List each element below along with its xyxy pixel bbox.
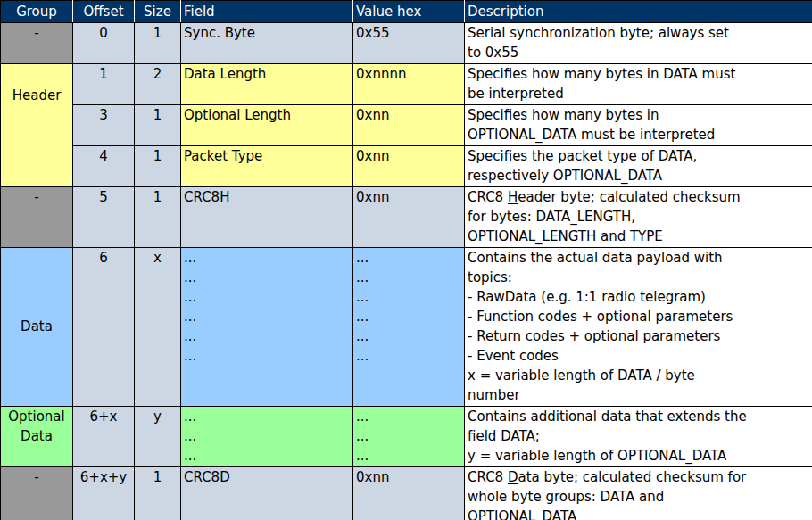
packet-type-field-cell: Packet Type [181, 146, 353, 187]
column-header-description: Description [465, 1, 812, 23]
optional-data-field-cell: ... ... ... [181, 407, 353, 467]
row-sync-byte: - 0 1 Sync. Byte 0x55 Serial synchroniza… [1, 23, 812, 64]
sync-offset-cell: 0 [73, 23, 135, 64]
row-crc8d: - 6+x+y 1 CRC8D 0xnn CRC8 Data byte; cal… [1, 467, 812, 520]
crc8d-field-cell: CRC8D [181, 467, 353, 520]
column-header-group: Group [1, 1, 73, 23]
sync-group-cell: - [1, 23, 73, 64]
data-description-cell: Contains the actual data payload with to… [465, 248, 812, 407]
row-optional-data: Optional Data 6+x y ... ... ... ... ... … [1, 407, 812, 467]
table-header-row: Group Offset Size Field Value hex Descri… [1, 1, 812, 23]
crc8h-size-cell: 1 [135, 187, 181, 248]
data-length-description-cell: Specifies how many bytes in DATA must be… [465, 64, 812, 105]
data-length-size-cell: 2 [135, 64, 181, 105]
data-field-cell: ... ... ... ... ... ... [181, 248, 353, 407]
row-crc8h: - 5 1 CRC8H 0xnn CRC8 Header byte; calcu… [1, 187, 812, 248]
crc8h-value-cell: 0xnn [353, 187, 465, 248]
optional-data-offset-cell: 6+x [73, 407, 135, 467]
column-header-value-hex: Value hex [353, 1, 465, 23]
optional-data-group-cell: Optional Data [1, 407, 73, 467]
optional-data-value-cell: ... ... ... [353, 407, 465, 467]
row-data: Data 6 x ... ... ... ... ... ... ... ...… [1, 248, 812, 407]
row-optional-length: 3 1 Optional Length 0xnn Specifies how m… [1, 105, 812, 146]
sync-value-cell: 0x55 [353, 23, 465, 64]
packet-type-description-cell: Specifies the packet type of DATA, respe… [465, 146, 812, 187]
optional-length-value-cell: 0xnn [353, 105, 465, 146]
row-packet-type: 4 1 Packet Type 0xnn Specifies the packe… [1, 146, 812, 187]
crc8d-value-cell: 0xnn [353, 467, 465, 520]
crc8d-description-cell: CRC8 Data byte; calculated checksum for … [465, 467, 812, 520]
optional-length-description-cell: Specifies how many bytes in OPTIONAL_DAT… [465, 105, 812, 146]
packet-structure-page: Group Offset Size Field Value hex Descri… [0, 0, 812, 520]
packet-type-offset-cell: 4 [73, 146, 135, 187]
column-header-offset: Offset [73, 1, 135, 23]
optional-data-size-cell: y [135, 407, 181, 467]
sync-size-cell: 1 [135, 23, 181, 64]
optional-length-field-cell: Optional Length [181, 105, 353, 146]
packet-structure-table: Group Offset Size Field Value hex Descri… [0, 0, 812, 520]
optional-length-size-cell: 1 [135, 105, 181, 146]
crc8h-offset-cell: 5 [73, 187, 135, 248]
crc8d-group-cell: - [1, 467, 73, 520]
data-value-cell: ... ... ... ... ... ... [353, 248, 465, 407]
row-data-length: Header 1 2 Data Length 0xnnnn Specifies … [1, 64, 812, 105]
header-group-cell: Header [1, 64, 73, 187]
optional-data-description-cell: Contains additional data that extends th… [465, 407, 812, 467]
data-offset-cell: 6 [73, 248, 135, 407]
column-header-field: Field [181, 1, 353, 23]
crc8h-description-cell: CRC8 Header byte; calculated checksum fo… [465, 187, 812, 248]
packet-type-size-cell: 1 [135, 146, 181, 187]
sync-field-cell: Sync. Byte [181, 23, 353, 64]
crc8h-field-cell: CRC8H [181, 187, 353, 248]
data-size-cell: x [135, 248, 181, 407]
crc8d-offset-cell: 6+x+y [73, 467, 135, 520]
crc8h-group-cell: - [1, 187, 73, 248]
packet-type-value-cell: 0xnn [353, 146, 465, 187]
data-length-field-cell: Data Length [181, 64, 353, 105]
data-length-offset-cell: 1 [73, 64, 135, 105]
optional-length-offset-cell: 3 [73, 105, 135, 146]
sync-description-cell: Serial synchronization byte; always set … [465, 23, 812, 64]
data-length-value-cell: 0xnnnn [353, 64, 465, 105]
column-header-size: Size [135, 1, 181, 23]
data-group-cell: Data [1, 248, 73, 407]
crc8d-size-cell: 1 [135, 467, 181, 520]
